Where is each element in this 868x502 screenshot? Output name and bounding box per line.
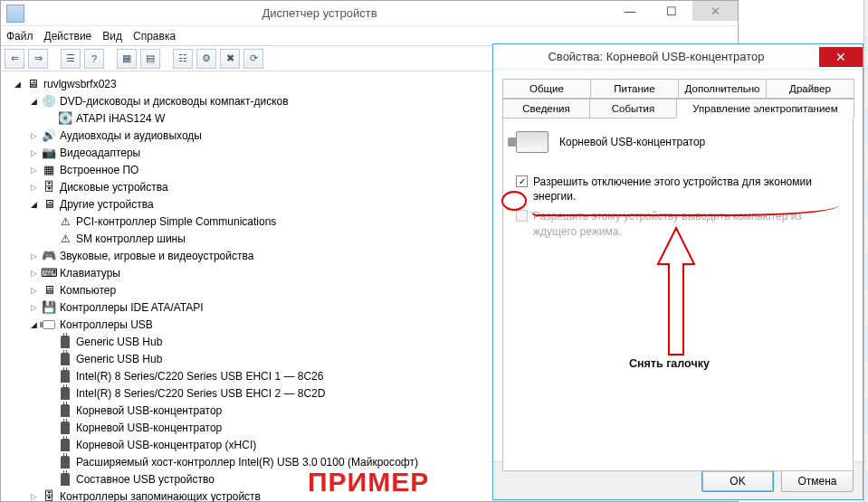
disk-icon [42, 180, 56, 194]
minimize-button[interactable]: — [609, 1, 651, 21]
cropped-edge [863, 0, 868, 502]
toolbar-help-icon[interactable]: ? [84, 49, 104, 69]
checkbox-allow-poweroff[interactable] [516, 175, 528, 187]
tree-label: Клавиатуры [60, 267, 120, 279]
storage-icon [42, 489, 56, 503]
usb-device-icon [61, 404, 70, 417]
tree-label: Звуковые, игровые и видеоустройства [60, 250, 253, 262]
expander-icon[interactable]: ▷ [30, 492, 38, 501]
tab-power-mgmt[interactable]: Управление электропитанием [676, 99, 854, 118]
props-titlebar: Свойства: Корневой USB-концентратор ✕ [493, 44, 863, 70]
tab-page-power-mgmt: Корневой USB-концентратор Разрешить откл… [502, 118, 854, 471]
expander-icon[interactable]: ▷ [30, 269, 38, 278]
expander-icon[interactable]: ▷ [30, 148, 38, 157]
toolbar-forward-icon[interactable]: ⇒ [28, 49, 48, 69]
video-icon [42, 146, 56, 160]
close-button[interactable]: ✕ [692, 1, 738, 21]
tree-label: Intel(R) 8 Series/C220 Series USB EHCI 1… [76, 370, 323, 383]
toolbar-scan-icon[interactable]: ⟳ [243, 49, 263, 69]
tab-events[interactable]: События [589, 99, 677, 118]
dm-titlebar: Диспетчер устройств — ☐ ✕ [1, 1, 738, 26]
usb-device-icon [61, 439, 70, 451]
maximize-button[interactable]: ☐ [651, 1, 692, 21]
annotation-example: ПРИМЕР [308, 467, 429, 497]
keyboard-icon [42, 266, 56, 280]
tree-label: SM контроллер шины [76, 232, 186, 245]
close-button[interactable]: ✕ [819, 47, 863, 67]
usb-device-icon [61, 473, 70, 486]
tree-label: Контроллеры IDE ATA/ATAPI [60, 301, 204, 314]
usb-device-icon [61, 456, 70, 469]
annotation-hint: Снять галочку [629, 357, 710, 370]
tree-label: Корневой USB-концентратор [76, 421, 222, 434]
tab-driver[interactable]: Драйвер [766, 79, 854, 99]
other-icon [42, 197, 56, 212]
tree-label: Компьютер [60, 284, 116, 297]
option-allow-poweroff[interactable]: Разрешить отключение этого устройства дл… [516, 175, 840, 204]
toolbar-back-icon[interactable]: ⇐ [5, 49, 24, 69]
tab-general[interactable]: Общие [502, 79, 591, 99]
dm-title: Диспетчер устройств [30, 6, 609, 20]
warning-icon [58, 232, 72, 246]
usb-device-icon [61, 353, 70, 365]
tree-label: Другие устройства [60, 198, 154, 211]
device-header: Корневой USB-концентратор [516, 131, 840, 153]
tree-label: ATAPI iHAS124 W [76, 112, 165, 125]
usb-device-icon [61, 370, 70, 383]
usb-device-icon [61, 421, 70, 434]
audio-icon [42, 128, 56, 143]
tree-label: Контроллеры USB [60, 318, 153, 331]
toolbar-props-icon[interactable]: ☷ [173, 49, 193, 69]
tree-label: Видеоадаптеры [60, 147, 140, 159]
properties-dialog: Свойства: Корневой USB-концентратор ✕ Об… [492, 43, 863, 500]
toolbar-view-icon[interactable]: ☰ [61, 49, 81, 69]
tree-label: DVD-дисководы и дисководы компакт-дисков [60, 95, 289, 108]
tab-advanced[interactable]: Дополнительно [678, 79, 767, 99]
tree-label: Контроллеры запоминающих устройств [60, 490, 261, 503]
tree-label: Дисковые устройства [60, 181, 168, 194]
cancel-button[interactable]: Отмена [781, 470, 854, 492]
menu-help[interactable]: Справка [133, 30, 176, 43]
option-allow-wake: Разрешить этому устройству выводить комп… [516, 209, 840, 238]
menu-action[interactable]: Действие [44, 30, 92, 43]
option-label: Разрешить этому устройству выводить комп… [533, 209, 840, 238]
props-body: Общие Питание Дополнительно Драйвер Свед… [493, 70, 863, 461]
tree-label: Корневой USB-концентратор (xHCI) [76, 439, 256, 451]
menu-view[interactable]: Вид [102, 30, 122, 43]
tree-label: PCI-контроллер Simple Communications [76, 215, 276, 228]
computer-icon [42, 283, 56, 298]
ide-icon [42, 300, 56, 315]
tab-details[interactable]: Сведения [502, 99, 590, 118]
tree-root-label: ruvlgwsbrfx023 [43, 78, 117, 90]
toolbar-tree-icon[interactable]: ▤ [140, 49, 160, 69]
usb-device-icon [61, 387, 70, 400]
expander-icon[interactable]: ◢ [14, 80, 22, 89]
checkbox-allow-wake [516, 210, 528, 222]
tree-label: Generic USB Hub [76, 336, 162, 348]
toolbar-update-icon[interactable]: ⚙ [196, 49, 216, 69]
tree-label: Составное USB устройство [76, 473, 215, 486]
firmware-icon [42, 163, 56, 177]
drive-icon [58, 111, 72, 126]
expander-icon[interactable]: ▷ [30, 166, 38, 175]
expander-icon[interactable]: ▷ [30, 303, 38, 312]
usb-hub-icon [516, 131, 548, 153]
tree-label: Встроенное ПО [60, 164, 138, 176]
expander-icon[interactable]: ◢ [30, 200, 38, 209]
device-name: Корневой USB-концентратор [559, 136, 705, 148]
sound-icon [42, 249, 56, 263]
menu-file[interactable]: Файл [6, 30, 33, 43]
expander-icon[interactable]: ▷ [30, 183, 38, 192]
expander-icon[interactable]: ▷ [30, 286, 38, 295]
toolbar-uninstall-icon[interactable]: ✖ [220, 49, 240, 69]
tab-strip: Общие Питание Дополнительно Драйвер Свед… [502, 79, 854, 118]
expander-icon[interactable]: ▷ [30, 131, 38, 140]
toolbar-list-icon[interactable]: ▦ [117, 49, 137, 69]
window-controls: — ☐ ✕ [609, 1, 738, 25]
expander-icon[interactable]: ▷ [30, 251, 38, 260]
expander-icon[interactable]: ◢ [30, 97, 38, 106]
expander-icon[interactable]: ◢ [30, 320, 38, 329]
tab-power[interactable]: Питание [590, 79, 679, 99]
tree-label: Аудиовходы и аудиовыходы [60, 129, 202, 142]
ok-button[interactable]: OK [701, 470, 774, 492]
